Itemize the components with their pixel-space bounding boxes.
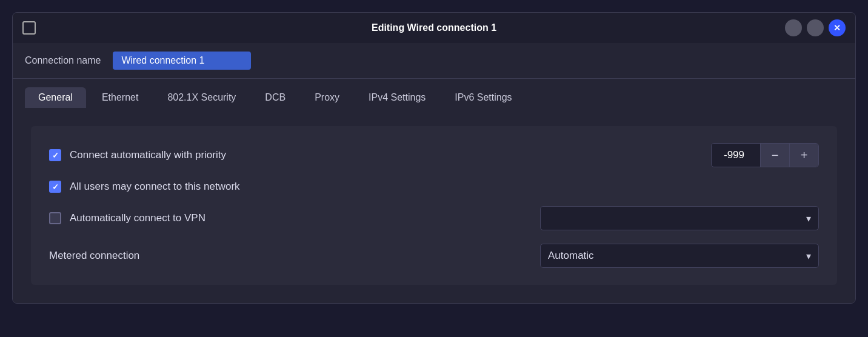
auto-connect-checkmark: ✓ (52, 151, 59, 160)
vpn-checkbox[interactable]: ✓ (49, 212, 61, 224)
priority-control: -999 − + (711, 143, 819, 167)
connection-name-input[interactable] (113, 52, 251, 70)
metered-row: Metered connection Automatic ▾ (49, 244, 819, 268)
auto-connect-row: ✓ Connect automatically with priority -9… (49, 143, 819, 167)
main-window: Editing Wired connection 1 ✕ Connection … (12, 12, 856, 304)
vpn-dropdown[interactable]: ▾ (540, 206, 819, 230)
minimize-button[interactable] (785, 19, 802, 36)
content-inner: ✓ Connect automatically with priority -9… (31, 126, 837, 285)
vpn-label[interactable]: ✓ Automatically connect to VPN (49, 212, 205, 224)
auto-connect-text: Connect automatically with priority (70, 149, 226, 161)
tab-ipv4[interactable]: IPv4 Settings (355, 87, 439, 108)
title-bar-buttons: ✕ (785, 19, 846, 36)
tab-dcb[interactable]: DCB (252, 87, 299, 108)
metered-dropdown[interactable]: Automatic ▾ (540, 244, 819, 268)
content-area: ✓ Connect automatically with priority -9… (13, 108, 855, 303)
all-users-checkmark: ✓ (52, 182, 59, 192)
window-icon (22, 21, 36, 35)
all-users-row: ✓ All users may connect to this network (49, 181, 819, 193)
maximize-button[interactable] (807, 19, 824, 36)
vpn-text: Automatically connect to VPN (70, 212, 205, 224)
close-button[interactable]: ✕ (829, 19, 846, 36)
vpn-row: ✓ Automatically connect to VPN ▾ (49, 206, 819, 230)
priority-increase-button[interactable]: + (789, 143, 818, 167)
tab-8021x[interactable]: 802.1X Security (154, 87, 249, 108)
title-bar: Editing Wired connection 1 ✕ (13, 13, 855, 43)
tab-ipv6[interactable]: IPv6 Settings (441, 87, 525, 108)
window-title: Editing Wired connection 1 (372, 22, 496, 33)
connection-name-row: Connection name (13, 43, 855, 79)
all-users-label[interactable]: ✓ All users may connect to this network (49, 181, 240, 193)
priority-value: -999 (712, 149, 760, 161)
all-users-text: All users may connect to this network (70, 181, 240, 193)
title-bar-left (22, 21, 36, 35)
connection-name-label: Connection name (25, 55, 101, 66)
metered-dropdown-arrow: ▾ (806, 250, 811, 262)
all-users-checkbox[interactable]: ✓ (49, 181, 61, 193)
vpn-dropdown-arrow: ▾ (806, 213, 811, 224)
tab-ethernet[interactable]: Ethernet (88, 87, 152, 108)
priority-decrease-button[interactable]: − (760, 143, 789, 167)
tab-general[interactable]: General (25, 87, 86, 108)
metered-label: Metered connection (49, 250, 139, 262)
tab-proxy[interactable]: Proxy (301, 87, 353, 108)
metered-value: Automatic (548, 250, 594, 262)
auto-connect-label[interactable]: ✓ Connect automatically with priority (49, 149, 226, 161)
tabs-row: General Ethernet 802.1X Security DCB Pro… (13, 79, 855, 108)
auto-connect-checkbox[interactable]: ✓ (49, 149, 61, 161)
